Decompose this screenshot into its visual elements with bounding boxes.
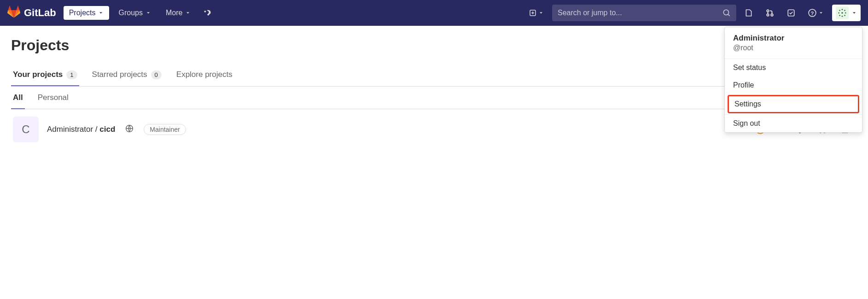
nav-more[interactable]: More xyxy=(160,6,196,20)
dropdown-header: Administrator @root xyxy=(725,27,862,59)
logo-section[interactable]: GitLab xyxy=(7,6,56,20)
svg-point-12 xyxy=(844,15,845,16)
user-menu-button[interactable] xyxy=(832,5,861,21)
project-name: cicd xyxy=(99,125,115,134)
project-path: Administrator / cicd xyxy=(47,125,115,134)
tab-explore-projects[interactable]: Explore projects xyxy=(175,64,234,86)
issues-shortcut[interactable] xyxy=(740,5,757,21)
project-avatar: C xyxy=(13,117,39,142)
svg-point-3 xyxy=(767,14,769,16)
chevron-down-icon xyxy=(146,10,151,16)
svg-point-15 xyxy=(838,12,839,14)
todos-shortcut[interactable] xyxy=(782,5,800,21)
menu-sign-out[interactable]: Sign out xyxy=(725,115,862,132)
help-icon: ? xyxy=(808,9,816,17)
tab-count-badge: 0 xyxy=(151,70,162,79)
top-navbar: GitLab Projects Groups More ? xyxy=(0,0,868,26)
svg-point-8 xyxy=(841,12,843,14)
menu-set-status[interactable]: Set status xyxy=(725,59,862,76)
avatar-icon xyxy=(836,6,849,19)
brand-name: GitLab xyxy=(24,7,56,19)
role-badge: Maintainer xyxy=(144,124,186,135)
nav-groups-label: Groups xyxy=(118,9,142,17)
menu-profile[interactable]: Profile xyxy=(725,76,862,94)
gitlab-logo-icon xyxy=(7,6,20,20)
dropdown-username: @root xyxy=(733,44,854,52)
nav-groups[interactable]: Groups xyxy=(113,6,156,20)
tab-label: Starred projects xyxy=(92,70,147,79)
plus-icon xyxy=(529,9,536,17)
tab-starred-projects[interactable]: Starred projects 0 xyxy=(90,64,163,86)
svg-point-10 xyxy=(844,10,845,11)
tab-label: Your projects xyxy=(13,70,63,79)
svg-point-9 xyxy=(839,10,840,11)
chevron-down-icon xyxy=(851,10,857,16)
svg-point-13 xyxy=(842,9,843,10)
menu-settings[interactable]: Settings xyxy=(728,95,859,113)
help-dropdown[interactable]: ? xyxy=(804,5,828,21)
chevron-down-icon xyxy=(538,10,544,16)
svg-point-16 xyxy=(845,12,846,14)
nav-more-label: More xyxy=(166,9,182,17)
svg-point-4 xyxy=(771,14,773,16)
chevron-down-icon xyxy=(185,10,191,16)
tab-label: Explore projects xyxy=(176,70,233,79)
search-input[interactable] xyxy=(558,9,722,17)
dropdown-display-name: Administrator xyxy=(733,34,854,43)
svg-point-11 xyxy=(839,15,840,16)
search-icon xyxy=(722,9,731,17)
tab-count-badge: 1 xyxy=(66,70,77,79)
svg-point-14 xyxy=(842,16,843,17)
project-owner: Administrator xyxy=(47,125,93,134)
chevron-down-icon xyxy=(98,10,104,16)
subtab-all[interactable]: All xyxy=(11,87,25,109)
svg-text:?: ? xyxy=(811,11,814,16)
merge-requests-shortcut[interactable] xyxy=(761,5,779,21)
nav-projects[interactable]: Projects xyxy=(64,6,110,20)
svg-point-2 xyxy=(767,10,769,12)
nav-projects-label: Projects xyxy=(69,9,96,17)
admin-wrench-button[interactable] xyxy=(200,4,216,22)
subtab-personal[interactable]: Personal xyxy=(36,87,70,109)
globe-icon xyxy=(125,124,134,135)
user-dropdown: Administrator @root Set status Profile S… xyxy=(724,27,862,133)
svg-point-1 xyxy=(723,10,728,15)
tab-your-projects[interactable]: Your projects 1 xyxy=(11,64,79,86)
chevron-down-icon xyxy=(818,10,824,16)
search-box[interactable] xyxy=(552,5,736,21)
new-dropdown[interactable] xyxy=(524,6,548,19)
